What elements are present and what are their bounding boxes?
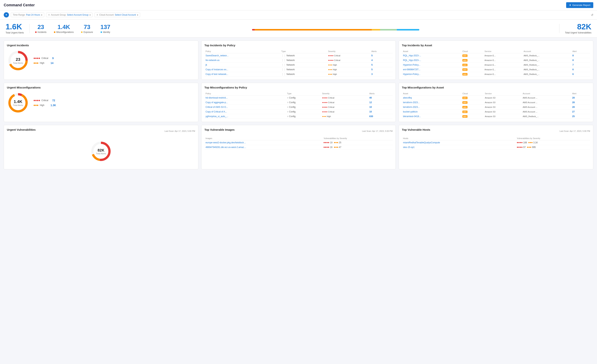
main-grid: Urgent Incidents 23 Total Alerts: [0, 38, 597, 172]
vulnerable-images-table: Images Vulnerabilities by Severity europ…: [204, 136, 393, 150]
page-title: Command Center: [4, 3, 35, 7]
urgent-misconfigurations-card: Urgent Misconfigurations 1.4K Total Aler…: [4, 83, 198, 122]
table-row: bikramtest-0418... aws Amazon S3 AWS_Red…: [402, 114, 590, 119]
table-row: bucket-yytktciv aws Amazon S3 AWS Accoun…: [402, 110, 590, 114]
dot-orange: [54, 32, 55, 33]
table-row: Hyperion-Policy... aws Amazon E... AWS_R…: [402, 63, 590, 67]
donut-chart: 1.4K Total Alerts: [7, 92, 29, 114]
card-title: Top Vulnerable Images: [204, 128, 235, 131]
card-title: Top Vulnerable Hosts: [402, 128, 430, 131]
table-row: miamiRedhatTenableQualysCompute 188 3.1K: [402, 140, 590, 145]
table-row: hk-network-us ⋮⋮ Network ●●●●Critical 4: [204, 58, 393, 63]
table-row: terraform-2023... aws Amazon S3 AWS Acco…: [402, 100, 590, 105]
table-row: 496947949261.dkr.ecr.us-west-2.amazon...…: [204, 145, 393, 150]
top-vulnerable-images-card: Top Vulnerable Images Last Scan: Apr 17,…: [201, 125, 396, 169]
table-row: SavedSearch_networ... ⋮⋮ Network ●●●●Cri…: [204, 53, 393, 58]
top-incidents-by-asset-card: Top Incidents by Asset Asset Cloud Servi…: [399, 40, 593, 80]
dot-yellow: [81, 32, 83, 33]
divider: [29, 24, 30, 33]
cloud-account-filter[interactable]: ✕ Cloud Account Select Cloud Account ▾: [94, 13, 140, 17]
incidents-metric: 23 Incidents: [35, 24, 47, 33]
filter-icon: ▼: [4, 12, 9, 17]
top-vulnerable-hosts-card: Top Vulnerable Hosts Last Scan: Apr 17, …: [399, 125, 593, 169]
high-row: High 14: [34, 62, 54, 64]
last-scan: Last Scan: Apr 17, 2023, 5:00 PM: [362, 130, 393, 132]
divider2: [559, 24, 559, 33]
table-row: ygfmrqvtoa_ui_auto_... ≡ Config ●●●High …: [204, 114, 393, 119]
filter-bar: ▼ Time Range Past 24 Hours ▾ ✕ Account G…: [0, 10, 597, 20]
identity-metric: 137 Identity: [100, 24, 110, 33]
chevron-down-icon: ▾: [90, 14, 91, 16]
time-range-filter[interactable]: Time Range Past 24 Hours ▾: [11, 13, 44, 17]
urgent-vulnerabilities-card: Urgent Vulnerabilities Last Scan: Apr 17…: [4, 125, 198, 169]
dot-blue: [101, 32, 102, 33]
table-row: RQL_Hyp-2023-... aws Amazon E... AWS_Red…: [402, 53, 590, 58]
critical-row: Critical 9: [34, 57, 54, 60]
severity-list: Critical 72 High 1.3K: [34, 99, 56, 107]
critical-row: Critical 72: [34, 99, 56, 102]
donut-section: 1.4K Total Alerts Critical 72 High: [7, 92, 195, 114]
misconfigurations-by-policy-table: Policy Type Severity Alerts hd-dismissal…: [204, 92, 393, 119]
card-title: Urgent Misconfigurations: [7, 86, 195, 89]
incidents-by-asset-table: Asset Cloud Service Account Alert RQL_Hy…: [402, 49, 590, 77]
account-group-filter[interactable]: ✕ Account Group Select Account Group ▾: [46, 13, 93, 17]
exposure-metric: 73 Exposure: [81, 24, 93, 33]
severity-list: Critical 9 High 14: [34, 57, 54, 64]
summary-metrics: 23 Incidents 1.4K Misconfigurations 73 E…: [35, 24, 554, 33]
table-row: terraform-2023... aws Amazon S3 AWS Acco…: [402, 105, 590, 110]
card-header-row: Urgent Vulnerabilities Last Scan: Apr 17…: [7, 128, 195, 134]
progress-bar: [252, 29, 419, 31]
urgent-incidents-card: Urgent Incidents 23 Total Alerts: [4, 40, 198, 80]
high-row: High 1.3K: [34, 104, 56, 107]
top-misconfigurations-by-asset-card: Top Misconfigurations by Asset Asset Clo…: [399, 83, 593, 122]
misconfigurations-metric: 1.4K Misconfigurations: [54, 24, 74, 33]
table-row: eni-06698472f7... aws Amazon E... AWS_Re…: [402, 67, 590, 72]
last-scan: Last Scan: Apr 17, 2023, 5:00 PM: [165, 130, 195, 132]
card-title: Top Incidents by Asset: [402, 44, 590, 47]
table-row: Copy of Critical of A... ≡ Config ●●●●Cr…: [204, 110, 393, 114]
top-incidents-by-policy-card: Top Incidents by Policy Policy Type Seve…: [201, 40, 396, 80]
close-icon[interactable]: ✕: [48, 14, 50, 16]
misconfigurations-by-asset-table: Asset Cloud Service Account Alert alwcof…: [402, 92, 590, 119]
vulnerable-hosts-table: Hosts Vulnerabilities by Severity miamiR…: [402, 136, 590, 150]
table-row: alwcofbq aws Amazon S3 AWS Account ... 2…: [402, 95, 590, 100]
card-header-row: Top Vulnerable Images Last Scan: Apr 17,…: [204, 128, 393, 134]
last-scan: Last Scan: Apr 17, 2023, 5:00 PM: [559, 130, 590, 132]
reset-button[interactable]: ↺: [591, 13, 593, 17]
table-row: Copy of Instances ex... ⋮⋮ Network ●●●Hi…: [204, 67, 393, 72]
total-urgent-vulnerabilities: 82K Total Urgent Vulnerabilities: [565, 23, 591, 34]
card-title: Top Misconfigurations by Policy: [204, 86, 393, 89]
card-title: Top Misconfigurations by Asset: [402, 86, 590, 89]
dot-red: [35, 32, 37, 33]
donut-chart: 82K Total Alerts: [90, 140, 112, 162]
generate-report-button[interactable]: ⬇ Generate Report: [566, 2, 593, 8]
donut-chart: 23 Total Alerts: [7, 49, 29, 72]
chevron-down-icon: ▾: [137, 14, 138, 16]
download-icon: ⬇: [569, 4, 571, 7]
table-row: Critical of AWS S3 O... ≡ Config ●●●●Cri…: [204, 105, 393, 110]
card-header-row: Top Vulnerable Hosts Last Scan: Apr 17, …: [402, 128, 590, 134]
table-row: RQL_Hyp-2023-... aws Amazon E... AWS_Red…: [402, 58, 590, 63]
table-row: Copy of test netwoek... ⋮⋮ Network ●●●Hi…: [204, 72, 393, 77]
total-urgent-alerts: 1.6K Total Urgent Alerts: [6, 23, 24, 34]
chevron-down-icon: ▾: [41, 14, 42, 16]
summary-bar: 1.6K Total Urgent Alerts 23 Incidents 1.…: [0, 20, 597, 38]
card-title: Urgent Vulnerabilities: [7, 128, 36, 131]
table-row: sles-15-sp1 97 995: [402, 145, 590, 150]
top-misconfigurations-by-policy-card: Top Misconfigurations by Policy Policy T…: [201, 83, 396, 122]
close-icon[interactable]: ✕: [96, 14, 98, 16]
table-row: Hyperion-Policy... aws Amazon E... AWS_R…: [402, 72, 590, 77]
donut-section: 23 Total Alerts Critical 9 High: [7, 49, 195, 72]
card-title: Urgent Incidents: [7, 44, 195, 47]
header: Command Center ⬇ Generate Report: [0, 0, 597, 10]
incidents-by-policy-table: Policy Type Severity Alerts SavedSearch_…: [204, 49, 393, 77]
table-row: europe-west2-docker.pkg.dev/twistlock-te…: [204, 140, 393, 145]
card-title: Top Incidents by Policy: [204, 44, 393, 47]
table-row: jk ⋮⋮ Network ●●●High 5: [204, 63, 393, 67]
table-row: Copy of aggregate-p... ≡ Config ●●●●Crit…: [204, 100, 393, 105]
table-row: hd-dismissal-restricti... ≡ Config ●●●●C…: [204, 95, 393, 100]
